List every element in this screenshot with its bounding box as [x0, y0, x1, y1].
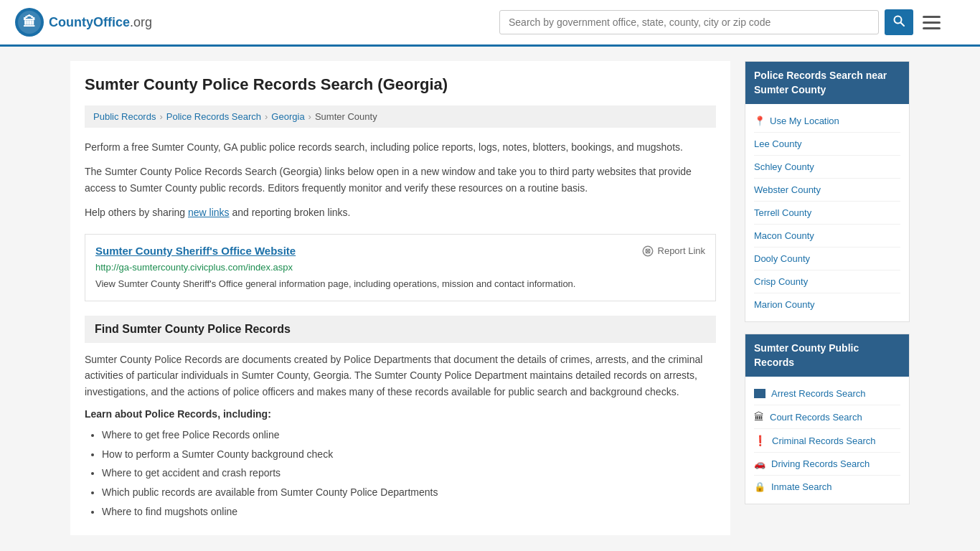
breadcrumb-georgia[interactable]: Georgia — [271, 111, 304, 122]
criminal-records-link-item: ❗ Criminal Records Search — [754, 429, 900, 453]
public-records-header: Sumter County Public Records — [745, 334, 909, 377]
schley-county-link[interactable]: Schley County — [754, 161, 814, 172]
location-pin-icon: 📍 — [754, 116, 765, 126]
desc3-post: and reporting broken links. — [230, 207, 351, 218]
driving-records-link[interactable]: Driving Records Search — [771, 458, 870, 469]
crisp-county-link[interactable]: Crisp County — [754, 276, 808, 287]
new-links-link[interactable]: new links — [188, 207, 230, 218]
public-records-box: Sumter County Public Records Arrest Reco… — [745, 334, 910, 504]
sheriff-header: Sumter County Sheriff's Office Website R… — [95, 245, 705, 258]
report-icon — [641, 245, 654, 258]
find-body: Sumter County Police Records are documen… — [85, 352, 716, 400]
criminal-icon: ❗ — [754, 435, 766, 446]
breadcrumb-current: Sumter County — [315, 111, 377, 122]
page-title: Sumter County Police Records Search (Geo… — [85, 75, 716, 94]
site-header: 🏛 CountyOffice.org — [0, 0, 980, 47]
breadcrumb: Public Records › Police Records Search ›… — [85, 105, 716, 128]
menu-line-3 — [923, 27, 941, 29]
sheriff-url[interactable]: http://ga-sumtercounty.civicplus.com/ind… — [95, 262, 705, 273]
dooly-county-link[interactable]: Dooly County — [754, 253, 810, 264]
public-records-body: Arrest Records Search 🏛 Court Records Se… — [745, 377, 909, 504]
driving-icon: 🚗 — [754, 458, 765, 469]
breadcrumb-sep-3: › — [308, 111, 311, 122]
sidebar-county-crisp[interactable]: Crisp County — [754, 270, 900, 293]
arrest-records-link-item: Arrest Records Search — [754, 382, 900, 405]
nearby-body: 📍 Use My Location Lee County Schley Coun… — [745, 104, 909, 321]
marion-county-link[interactable]: Marion County — [754, 299, 815, 310]
learn-list: Where to get free Police Records online … — [85, 425, 716, 521]
svg-text:🏛: 🏛 — [23, 14, 36, 29]
list-item: How to perform a Sumter County backgroun… — [102, 445, 716, 464]
search-icon — [893, 15, 905, 27]
desc3-pre: Help others by sharing — [85, 207, 188, 218]
search-input[interactable] — [499, 10, 879, 34]
sheriff-title[interactable]: Sumter County Sheriff's Office Website — [95, 245, 296, 257]
search-area — [499, 9, 944, 35]
learn-title: Learn about Police Records, including: — [85, 408, 716, 420]
logo-icon: 🏛 — [14, 7, 44, 37]
sidebar-county-marion[interactable]: Marion County — [754, 293, 900, 316]
list-item: Where to find mugshots online — [102, 502, 716, 522]
nearby-box: Police Records Search near Sumter County… — [745, 61, 910, 322]
description-2: The Sumter County Police Records Search … — [85, 164, 716, 196]
sidebar: Police Records Search near Sumter County… — [745, 61, 910, 535]
inmate-search-link-item: 🔒 Inmate Search — [754, 476, 900, 498]
menu-line-2 — [923, 22, 941, 24]
breadcrumb-sep-2: › — [265, 111, 268, 122]
description-3: Help others by sharing new links and rep… — [85, 204, 716, 220]
court-icon: 🏛 — [754, 411, 764, 423]
breadcrumb-public-records[interactable]: Public Records — [93, 111, 156, 122]
breadcrumb-police-records-search[interactable]: Police Records Search — [166, 111, 261, 122]
report-link[interactable]: Report Link — [641, 245, 705, 258]
criminal-records-link[interactable]: Criminal Records Search — [772, 435, 876, 446]
main-content: Sumter County Police Records Search (Geo… — [70, 61, 730, 535]
report-link-label: Report Link — [658, 245, 705, 256]
webster-county-link[interactable]: Webster County — [754, 184, 821, 195]
terrell-county-link[interactable]: Terrell County — [754, 207, 811, 218]
inmate-search-link[interactable]: Inmate Search — [771, 481, 832, 492]
list-item: Where to get free Police Records online — [102, 425, 716, 445]
sidebar-county-terrell[interactable]: Terrell County — [754, 202, 900, 225]
list-item: Where to get accident and crash reports — [102, 463, 716, 483]
use-my-location[interactable]: 📍 Use My Location — [754, 110, 900, 133]
arrest-icon — [754, 389, 765, 398]
court-records-link-item: 🏛 Court Records Search — [754, 405, 900, 429]
menu-line-1 — [923, 16, 941, 18]
find-section-header: Find Sumter County Police Records — [85, 316, 716, 343]
breadcrumb-sep-1: › — [159, 111, 162, 122]
court-records-link[interactable]: Court Records Search — [770, 412, 862, 423]
menu-button[interactable] — [919, 12, 944, 33]
nearby-header: Police Records Search near Sumter County — [745, 62, 909, 104]
search-button[interactable] — [885, 9, 913, 35]
macon-county-link[interactable]: Macon County — [754, 230, 814, 241]
svg-line-4 — [901, 23, 905, 27]
sidebar-county-webster[interactable]: Webster County — [754, 179, 900, 202]
logo[interactable]: 🏛 CountyOffice.org — [14, 7, 152, 37]
main-wrapper: Sumter County Police Records Search (Geo… — [60, 47, 920, 550]
logo-text: CountyOffice.org — [49, 15, 152, 30]
driving-records-link-item: 🚗 Driving Records Search — [754, 453, 900, 476]
sidebar-county-schley[interactable]: Schley County — [754, 156, 900, 179]
description-1: Perform a free Sumter County, GA public … — [85, 139, 716, 155]
sheriff-section: Sumter County Sheriff's Office Website R… — [85, 234, 716, 302]
inmate-icon: 🔒 — [754, 481, 765, 492]
list-item: Which public records are available from … — [102, 483, 716, 502]
sidebar-county-macon[interactable]: Macon County — [754, 225, 900, 248]
sidebar-county-dooly[interactable]: Dooly County — [754, 248, 900, 270]
sidebar-county-lee[interactable]: Lee County — [754, 133, 900, 156]
sheriff-description: View Sumter County Sheriff's Office gene… — [95, 277, 705, 291]
lee-county-link[interactable]: Lee County — [754, 138, 802, 149]
find-title: Find Sumter County Police Records — [95, 323, 706, 336]
arrest-records-link[interactable]: Arrest Records Search — [771, 388, 866, 399]
use-location-link[interactable]: Use My Location — [770, 116, 839, 126]
